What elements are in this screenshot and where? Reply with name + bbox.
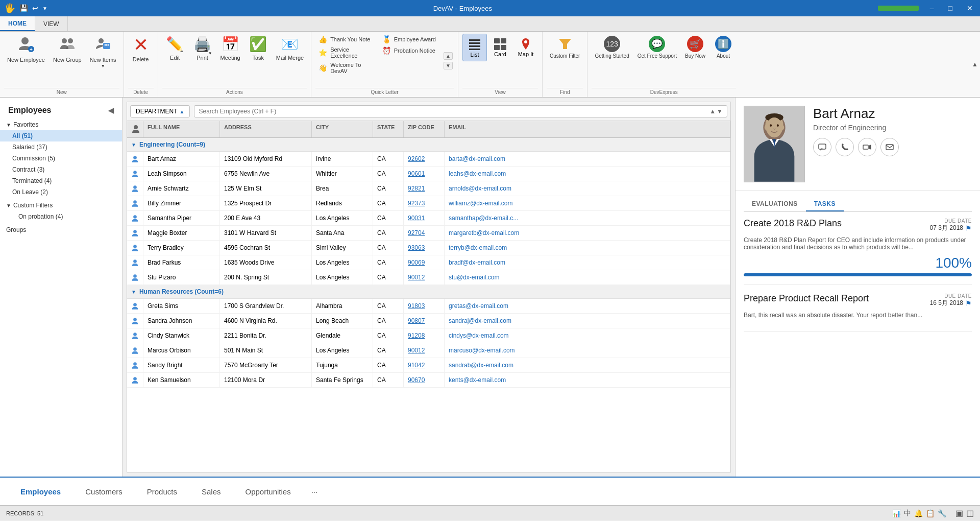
sidebar-item-salaried[interactable]: Salaried (37): [0, 141, 122, 153]
table-row[interactable]: Marcus Orbison 501 N Main St Los Angeles…: [127, 343, 730, 358]
col-address[interactable]: ADDRESS: [220, 121, 312, 137]
sidebar-item-contract[interactable]: Contract (3): [0, 164, 122, 175]
sidebar-item-on-leave[interactable]: On Leave (2): [0, 186, 122, 198]
sidebar-collapse-button[interactable]: ◀: [108, 106, 114, 114]
probation-notice-button[interactable]: ⏰ Probation Notice: [379, 45, 443, 56]
col-city[interactable]: CITY: [312, 121, 373, 137]
row-zip[interactable]: 90601: [404, 167, 445, 181]
sidebar-item-commission[interactable]: Commission (5): [0, 153, 122, 164]
get-free-support-button[interactable]: 💬 Get Free Support: [634, 34, 680, 61]
status-icon-2[interactable]: 中: [904, 509, 911, 518]
status-layout-1[interactable]: ▣: [955, 508, 963, 518]
quick-access-dropdown[interactable]: ▼: [42, 6, 47, 11]
new-group-button[interactable]: New Group: [50, 34, 85, 65]
table-row[interactable]: Sandy Bright 7570 McGroarty Ter Tujunga …: [127, 358, 730, 373]
bottom-tab-customers[interactable]: Customers: [73, 483, 135, 500]
row-zip[interactable]: 92373: [404, 196, 445, 210]
row-email[interactable]: terryb@dx-email.com: [445, 241, 730, 255]
row-email[interactable]: samanthap@dx-email.c...: [445, 211, 730, 225]
row-zip[interactable]: 92704: [404, 226, 445, 240]
row-zip[interactable]: 90670: [404, 373, 445, 387]
new-items-button[interactable]: New Items ▼: [87, 34, 119, 70]
bottom-tab-more[interactable]: ···: [303, 483, 326, 500]
table-row[interactable]: Terry Bradley 4595 Cochran St Simi Valle…: [127, 241, 730, 255]
row-email[interactable]: gretas@dx-email.com: [445, 299, 730, 313]
status-icon-1[interactable]: 📊: [892, 509, 901, 517]
bottom-tab-employees[interactable]: Employees: [8, 483, 73, 500]
row-email[interactable]: stu@dx-email.com: [445, 270, 730, 285]
table-row[interactable]: Ken Samuelson 12100 Mora Dr Santa Fe Spr…: [127, 373, 730, 388]
row-zip[interactable]: 92821: [404, 181, 445, 196]
row-email[interactable]: williamz@dx-email.com: [445, 196, 730, 210]
sidebar-item-all[interactable]: All (51): [0, 130, 122, 141]
search-input[interactable]: [199, 108, 709, 115]
table-row[interactable]: Billy Zimmer 1325 Prospect Dr Redlands C…: [127, 196, 730, 211]
table-row[interactable]: Maggie Boxter 3101 W Harvard St Santa An…: [127, 226, 730, 241]
table-row[interactable]: Stu Pizaro 200 N. Spring St Los Angeles …: [127, 270, 730, 285]
about-button[interactable]: ℹ️ About: [710, 34, 736, 61]
sidebar-custom-filters-header[interactable]: ▼ Custom Filters: [0, 200, 122, 211]
tab-view[interactable]: VIEW: [35, 16, 68, 31]
card-view-button[interactable]: Card: [488, 34, 512, 60]
row-zip[interactable]: 91803: [404, 299, 445, 313]
getting-started-button[interactable]: 123 Getting Started: [592, 34, 632, 61]
welcome-button[interactable]: 👋 Welcome To DevAV: [315, 60, 379, 76]
delete-button[interactable]: ✕ Delete: [128, 34, 154, 64]
row-zip[interactable]: 93063: [404, 241, 445, 255]
bottom-tab-sales[interactable]: Sales: [189, 483, 233, 500]
sidebar-favorites-header[interactable]: ▼ Favorites: [0, 119, 122, 130]
tab-tasks[interactable]: TASKS: [806, 197, 844, 211]
row-email[interactable]: sandraj@dx-email.com: [445, 314, 730, 328]
department-filter-button[interactable]: DEPARTMENT ▲: [130, 105, 190, 117]
search-box[interactable]: ▲ ▼: [194, 105, 727, 117]
sidebar-item-groups[interactable]: Groups: [0, 224, 122, 235]
sidebar-item-on-probation[interactable]: On probation (4): [0, 211, 122, 222]
quick-access-undo[interactable]: ↩: [32, 4, 38, 12]
meeting-button[interactable]: 📅 Meeting: [217, 34, 243, 63]
sidebar-item-terminated[interactable]: Terminated (4): [0, 175, 122, 186]
status-layout-2[interactable]: ◫: [966, 508, 974, 518]
row-email[interactable]: bradf@dx-email.com: [445, 255, 730, 270]
col-email[interactable]: EMAIL: [445, 121, 730, 137]
ql-scroll-up[interactable]: ▲: [444, 52, 453, 60]
row-zip[interactable]: 91042: [404, 358, 445, 372]
grid-group-engineering[interactable]: ▼ Engineering (Count=9): [127, 138, 730, 152]
new-employee-button[interactable]: + New Employee: [4, 34, 48, 65]
row-zip[interactable]: 90012: [404, 343, 445, 358]
row-email[interactable]: cindys@dx-email.com: [445, 328, 730, 343]
table-row[interactable]: Arnie Schwartz 125 W Elm St Brea CA 9282…: [127, 181, 730, 196]
app-icon[interactable]: 🖐️: [4, 3, 15, 14]
ribbon-expand[interactable]: ▲: [972, 32, 980, 97]
map-it-button[interactable]: Map It: [513, 34, 538, 60]
table-row[interactable]: Greta Sims 1700 S Grandview Dr. Alhambra…: [127, 299, 730, 314]
bottom-tab-opportunities[interactable]: Opportunities: [233, 483, 303, 500]
row-zip[interactable]: 91208: [404, 328, 445, 343]
grid-group-hr[interactable]: ▼ Human Resources (Count=6): [127, 285, 730, 299]
tab-evaluations[interactable]: EVALUATIONS: [744, 197, 806, 211]
search-up-icon[interactable]: ▲: [709, 108, 716, 115]
row-zip[interactable]: 92602: [404, 152, 445, 166]
table-row[interactable]: Leah Simpson 6755 Newlin Ave Whittier CA…: [127, 167, 730, 181]
status-icon-3[interactable]: 🔔: [914, 509, 923, 517]
video-button[interactable]: [858, 138, 876, 156]
tab-home[interactable]: HOME: [0, 16, 35, 31]
task-button[interactable]: ✅ Task: [246, 34, 271, 63]
bottom-tab-products[interactable]: Products: [135, 483, 189, 500]
table-row[interactable]: Brad Farkus 1635 Woods Drive Los Angeles…: [127, 255, 730, 270]
col-fullname[interactable]: FULL NAME: [143, 121, 220, 137]
row-email[interactable]: margaretb@dx-email.com: [445, 226, 730, 240]
col-state[interactable]: STATE: [373, 121, 404, 137]
search-down-icon[interactable]: ▼: [717, 108, 723, 115]
custom-filter-button[interactable]: Custom Filter: [547, 34, 583, 61]
employee-award-button[interactable]: 🏅 Employee Award: [379, 34, 443, 45]
row-email[interactable]: arnolds@dx-email.com: [445, 181, 730, 196]
row-email[interactable]: marcuso@dx-email.com: [445, 343, 730, 358]
email-button[interactable]: [880, 138, 899, 156]
minimize-button[interactable]: –: [927, 3, 937, 13]
maximize-button[interactable]: □: [945, 3, 955, 13]
row-email[interactable]: kents@dx-email.com: [445, 373, 730, 387]
thank-you-note-button[interactable]: 👍 Thank You Note: [315, 34, 379, 45]
edit-button[interactable]: ✏️ Edit: [162, 34, 188, 63]
row-zip[interactable]: 90069: [404, 255, 445, 270]
row-email[interactable]: sandrab@dx-email.com: [445, 358, 730, 372]
